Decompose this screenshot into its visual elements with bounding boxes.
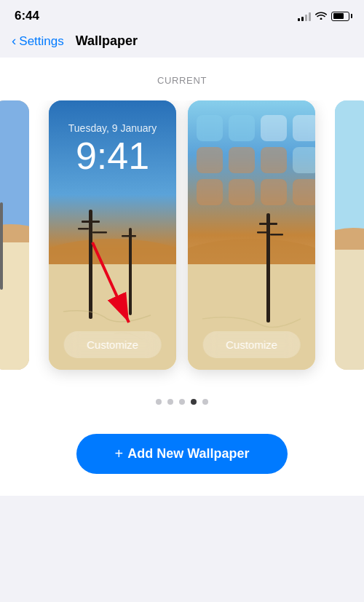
wallpaper-card-partial-left xyxy=(0,100,29,370)
lock-time: 9:41 xyxy=(49,137,176,175)
app-icon xyxy=(197,115,223,141)
svg-rect-18 xyxy=(266,213,270,322)
lock-screen-card[interactable]: Tuesday, 9 January 9:41 Customize xyxy=(49,100,176,370)
status-time: 6:44 xyxy=(15,9,39,23)
svg-rect-10 xyxy=(92,231,107,234)
app-icon xyxy=(229,147,255,173)
lock-date: Tuesday, 9 January xyxy=(49,122,176,134)
status-icons xyxy=(298,11,349,22)
nav-bar: ‹ Settings Wallpaper xyxy=(0,29,364,58)
page-title: Wallpaper xyxy=(76,33,138,49)
wallpaper-scroll-area[interactable]: Tuesday, 9 January 9:41 Customize xyxy=(0,100,364,387)
wifi-icon xyxy=(315,11,327,22)
app-icon xyxy=(293,179,315,205)
svg-rect-3 xyxy=(0,202,3,290)
add-wallpaper-button[interactable]: + Add New Wallpaper xyxy=(76,434,288,474)
status-bar: 6:44 xyxy=(0,0,364,29)
signal-icon xyxy=(298,11,311,21)
svg-rect-0 xyxy=(0,100,29,246)
svg-rect-11 xyxy=(129,228,132,315)
add-wallpaper-section: + Add New Wallpaper xyxy=(0,419,364,496)
svg-rect-12 xyxy=(122,235,136,237)
svg-rect-22 xyxy=(335,100,364,246)
dot-5 xyxy=(202,399,208,405)
app-icon xyxy=(293,147,315,173)
svg-rect-21 xyxy=(270,234,283,236)
svg-rect-8 xyxy=(82,221,100,223)
dot-4-active xyxy=(191,399,197,405)
dots-indicator xyxy=(0,387,364,419)
home-screen-app-grid xyxy=(197,115,306,205)
svg-rect-9 xyxy=(78,228,89,230)
app-icon xyxy=(197,147,223,173)
svg-rect-2 xyxy=(0,242,29,370)
home-screen-customize-button[interactable]: Customize xyxy=(202,331,301,358)
main-content: CURRENT xyxy=(0,58,364,496)
current-section-label: CURRENT xyxy=(0,75,364,86)
lock-screen-info: Tuesday, 9 January 9:41 xyxy=(49,122,176,175)
app-icon xyxy=(197,179,223,205)
app-icon xyxy=(261,147,287,173)
battery-icon xyxy=(331,12,349,21)
dot-2 xyxy=(167,399,173,405)
back-button[interactable]: ‹ Settings xyxy=(12,33,64,49)
svg-rect-20 xyxy=(257,231,268,234)
lock-screen-customize-button[interactable]: Customize xyxy=(63,331,162,358)
dot-1 xyxy=(156,399,162,405)
svg-rect-19 xyxy=(259,223,277,225)
dot-3 xyxy=(179,399,185,405)
back-label: Settings xyxy=(19,34,63,49)
app-icon xyxy=(261,115,287,141)
plus-icon: + xyxy=(114,445,123,462)
add-wallpaper-label: Add New Wallpaper xyxy=(127,446,249,462)
svg-rect-7 xyxy=(89,210,92,319)
back-chevron-icon: ‹ xyxy=(12,33,16,49)
wallpaper-card-partial-right xyxy=(335,100,364,370)
svg-rect-24 xyxy=(335,250,364,370)
app-icon xyxy=(229,179,255,205)
app-icon xyxy=(261,179,287,205)
home-screen-card[interactable]: Customize xyxy=(188,100,315,370)
app-icon xyxy=(293,115,315,141)
app-icon xyxy=(229,115,255,141)
